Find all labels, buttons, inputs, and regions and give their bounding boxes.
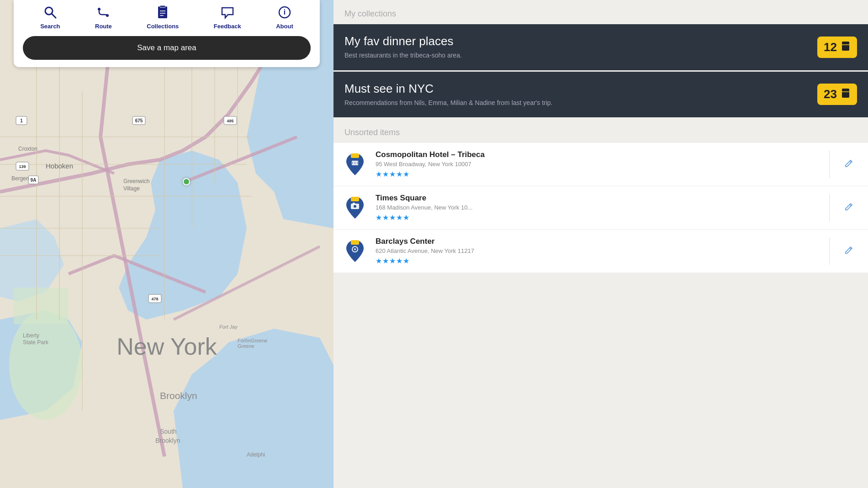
divider [829, 151, 830, 178]
collection-item-dinner[interactable]: My fav dinner places Best restaurants in… [333, 24, 868, 70]
place-name-barclays: Barclays Center [376, 237, 818, 246]
nav-item-search[interactable]: Search [40, 5, 60, 30]
svg-text:i: i [284, 8, 286, 16]
svg-text:139: 139 [19, 164, 26, 169]
feedback-label: Feedback [214, 23, 241, 30]
collection-dinner-title: My fav dinner places [344, 34, 817, 48]
route-icon [96, 5, 110, 21]
place-name-timessquare: Times Square [376, 194, 818, 203]
svg-rect-59 [353, 203, 355, 205]
map-label-brooklyn: Brooklyn [160, 390, 197, 401]
nav-item-about[interactable]: i About [276, 5, 293, 30]
bookmark-icon-2 [841, 88, 851, 100]
place-item-timessquare[interactable]: Times Square 168 Madison Avenue, New Yor… [333, 186, 868, 230]
place-address-timessquare: 168 Madison Avenue, New York 10... [376, 204, 818, 211]
svg-rect-61 [351, 240, 359, 245]
divider-2 [829, 194, 830, 221]
collection-dinner-badge: 12 [817, 37, 857, 58]
svg-text:675: 675 [135, 118, 143, 123]
place-stars-cosmopolitan: ★★★★★ [376, 170, 818, 178]
collection-nyc-text: Must see in NYC Recommendations from Nil… [344, 82, 817, 108]
edit-icon-barclays[interactable] [841, 242, 857, 261]
edit-icon-cosmopolitan[interactable] [841, 155, 857, 174]
svg-line-36 [52, 14, 56, 18]
collections-label: Collections [147, 23, 179, 30]
about-icon: i [278, 5, 291, 21]
collection-dinner-subtitle: Best restaurants in the tribeca-soho are… [344, 51, 817, 60]
collection-nyc-count: 23 [824, 87, 837, 101]
edit-icon-timessquare[interactable] [841, 199, 857, 217]
svg-text:9A: 9A [31, 178, 37, 183]
place-item-barclays[interactable]: Barclays Center 620 Atlantic Avenue, New… [333, 230, 868, 273]
map-label-greenwich: GreenwichVillage [123, 178, 149, 192]
bookmark-icon [841, 41, 851, 53]
save-map-area-button[interactable]: Save a map area [23, 36, 311, 60]
place-name-cosmopolitan: Cosmopolitan Hotel – Tribeca [376, 150, 818, 159]
nav-item-feedback[interactable]: Feedback [214, 5, 241, 30]
nav-items: Search Route [23, 5, 311, 30]
place-item-cosmopolitan[interactable]: Cosmopolitan Hotel – Tribeca 95 West Bro… [333, 143, 868, 186]
svg-text:Bergen: Bergen [11, 175, 29, 182]
svg-point-58 [354, 205, 356, 208]
place-info-timessquare: Times Square 168 Madison Avenue, New Yor… [376, 194, 818, 222]
svg-rect-46 [842, 42, 849, 51]
place-address-barclays: 620 Atlantic Avenue, New York 11217 [376, 247, 818, 254]
svg-text:495: 495 [227, 119, 233, 123]
svg-text:Adelphi: Adelphi [247, 451, 265, 458]
svg-line-64 [850, 248, 851, 249]
unsorted-section-title: Unsorted items [333, 119, 868, 143]
place-icon-camera [344, 196, 368, 220]
svg-rect-56 [351, 197, 359, 201]
svg-text:Greene: Greene [238, 343, 254, 349]
svg-rect-48 [842, 89, 849, 98]
place-icon-hotel [344, 152, 368, 176]
collection-nyc-subtitle: Recommendations from Nils, Emma, Milian … [344, 99, 817, 108]
svg-text:Croxton: Croxton [18, 146, 37, 152]
svg-rect-2 [14, 288, 69, 324]
nav-item-collections[interactable]: Collections [147, 5, 179, 30]
nav-bar: Search Route [14, 0, 320, 67]
svg-text:Fort Jay: Fort Jay [219, 324, 238, 330]
svg-rect-39 [158, 6, 167, 18]
place-info-cosmopolitan: Cosmopolitan Hotel – Tribeca 95 West Bro… [376, 150, 818, 178]
svg-text:1: 1 [20, 118, 23, 123]
feedback-icon [221, 5, 234, 21]
svg-text:478: 478 [151, 297, 158, 301]
svg-text:South: South [160, 428, 177, 435]
search-label: Search [40, 23, 60, 30]
right-panel: My collections My fav dinner places Best… [333, 0, 868, 488]
divider-3 [829, 237, 830, 265]
collection-nyc-badge: 23 [817, 84, 857, 105]
svg-text:Fort\nGreene: Fort\nGreene [238, 338, 267, 343]
collection-dinner-count: 12 [824, 40, 837, 54]
map-label-hoboken: Hoboken [46, 162, 73, 170]
nav-item-route[interactable]: Route [95, 5, 112, 30]
svg-rect-40 [160, 5, 165, 7]
map-area[interactable]: 1 675 495 139 9A 478 Fort Jay Fort\nGree… [0, 0, 333, 488]
place-info-barclays: Barclays Center 620 Atlantic Avenue, New… [376, 237, 818, 265]
current-location-dot [183, 178, 190, 185]
place-stars-barclays: ★★★★★ [376, 257, 818, 265]
place-stars-timessquare: ★★★★★ [376, 213, 818, 222]
collections-section-title: My collections [333, 0, 868, 24]
svg-point-1 [9, 310, 82, 420]
collection-dinner-text: My fav dinner places Best restaurants in… [344, 34, 817, 60]
svg-line-55 [850, 161, 851, 163]
collection-nyc-title: Must see in NYC [344, 82, 817, 96]
place-address-cosmopolitan: 95 West Broadway, New York 10007 [376, 161, 818, 168]
collection-item-nyc[interactable]: Must see in NYC Recommendations from Nil… [333, 72, 868, 118]
place-icon-music [344, 239, 368, 263]
map-label-liberty: LibertyState Park [23, 332, 48, 346]
map-panel: 1 675 495 139 9A 478 Fort Jay Fort\nGree… [0, 0, 333, 488]
about-label: About [276, 23, 293, 30]
svg-rect-50 [351, 153, 359, 158]
svg-point-63 [354, 248, 356, 250]
collections-icon [156, 5, 169, 21]
route-label: Route [95, 23, 112, 30]
svg-text:Brooklyn: Brooklyn [155, 437, 180, 444]
svg-line-60 [850, 205, 851, 206]
search-icon [43, 5, 57, 21]
